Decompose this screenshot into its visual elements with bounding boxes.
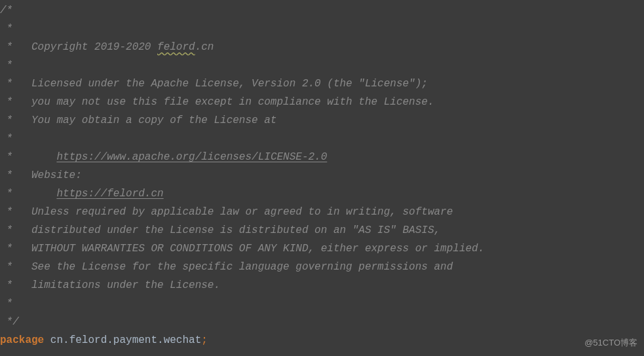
comment-line: * You may obtain a copy of the License a… [0,111,644,130]
url-link[interactable]: https://felord.cn [56,188,163,200]
comment-text: * [0,151,56,163]
comment-line: * [0,294,644,313]
comment-line: * Copyright 2019-2020 felord.cn [0,38,644,56]
comment-text: * Copyright 2019-2020 [0,41,157,53]
comment-line: * Licensed under the Apache License, Ver… [0,75,644,93]
package-name: cn.felord.payment.wechat [50,334,201,346]
comment-text: * [0,188,56,200]
comment-line: */ [0,313,644,331]
comment-text: .cn [195,41,214,53]
code-editor-view: /* * * Copyright 2019-2020 felord.cn * *… [0,0,644,349]
watermark: @51CTO博客 [584,336,637,351]
comment-line: * WITHOUT WARRANTIES OR CONDITIONS OF AN… [0,240,644,258]
comment-line: * [0,20,644,38]
keyword-package: package [0,334,44,346]
package-space [44,334,50,346]
comment-line: * See the License for the specific langu… [0,258,644,276]
comment-line: * [0,130,644,148]
comment-line: * [0,56,644,75]
comment-line: * https://felord.cn [0,185,644,203]
package-declaration: package cn.felord.payment.wechat; [0,331,644,349]
comment-line: /* [0,1,644,20]
comment-line: * Unless required by applicable law or a… [0,203,644,221]
comment-line: * https://www.apache.org/licenses/LICENS… [0,148,644,166]
comment-line: * distributed under the License is distr… [0,221,644,240]
comment-line: * Website: [0,166,644,185]
url-link[interactable]: https://www.apache.org/licenses/LICENSE-… [56,151,327,163]
typo-underline: felord [157,41,195,53]
semicolon: ; [201,334,208,346]
comment-line: * you may not use this file except in co… [0,93,644,111]
comment-line: * limitations under the License. [0,276,644,294]
